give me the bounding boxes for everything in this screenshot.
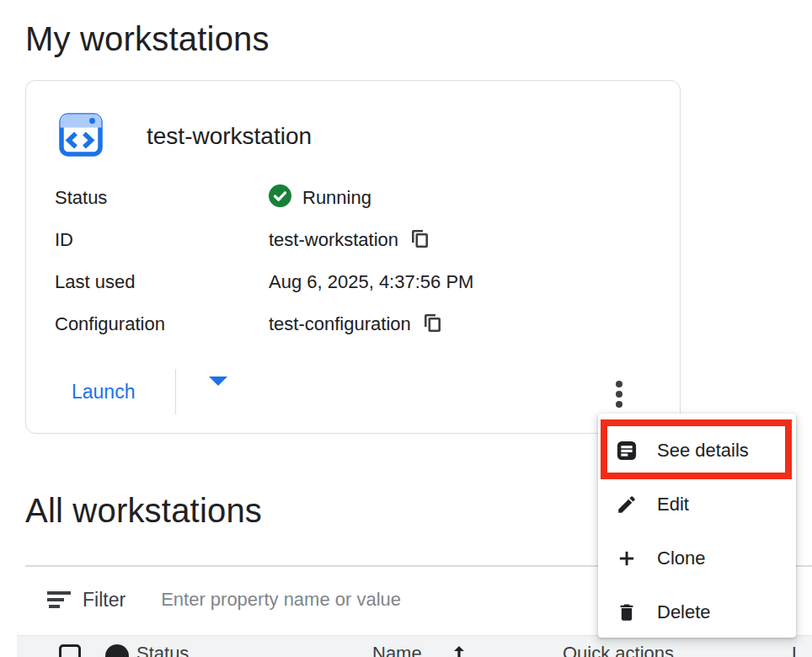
field-row-id: ID test-workstation (55, 225, 663, 255)
filter-input[interactable] (161, 589, 565, 611)
column-name[interactable]: Name (372, 643, 422, 657)
filter-bar: Filter (46, 585, 565, 615)
article-icon (615, 439, 638, 462)
copy-icon (410, 229, 430, 252)
copy-icon (423, 313, 443, 336)
menu-item-delete[interactable]: Delete (598, 585, 796, 639)
field-row-configuration: Configuration test-configuration (55, 309, 663, 339)
column-status: Status (136, 643, 189, 657)
page-title: My workstations (25, 17, 270, 61)
workstation-title: test-workstation (147, 123, 312, 150)
id-value: test-workstation (269, 229, 398, 251)
configuration-value: test-configuration (269, 313, 411, 335)
status-value: Running (302, 187, 371, 209)
caret-down-icon (209, 377, 227, 398)
launch-divider (175, 369, 176, 414)
section-title-all-workstations: All workstations (25, 489, 262, 532)
launch-button[interactable]: Launch (60, 374, 147, 410)
last-used-label: Last used (55, 271, 269, 293)
launch-dropdown-button[interactable] (199, 377, 238, 406)
field-row-status: Status Running (55, 183, 663, 213)
more-vert-icon (604, 381, 634, 408)
workstation-card: test-workstation Status Running ID test-… (25, 80, 681, 434)
field-row-last-used: Last used Aug 6, 2025, 4:37:56 PM (55, 267, 663, 297)
card-header: test-workstation (58, 114, 312, 159)
menu-item-label: See details (657, 440, 749, 462)
status-dot-icon (105, 644, 129, 657)
filter-label[interactable]: Filter (83, 589, 126, 612)
copy-id-button[interactable] (409, 229, 431, 251)
select-all-checkbox[interactable] (59, 644, 81, 657)
id-label: ID (55, 229, 269, 251)
workstation-icon (58, 112, 104, 161)
menu-item-label: Edit (657, 494, 689, 515)
column-quick-actions: Quick actions (563, 643, 674, 657)
workstations-page: My workstations test-workstation Status (0, 0, 812, 657)
plus-icon (615, 547, 638, 570)
status-label: Status (55, 187, 269, 209)
menu-item-see-details[interactable]: See details (598, 424, 796, 478)
stop-button[interactable] (525, 377, 553, 408)
sort-ascending-icon[interactable] (449, 644, 469, 657)
configuration-label: Configuration (55, 313, 269, 335)
menu-item-label: Clone (657, 548, 705, 569)
last-used-value: Aug 6, 2025, 4:37:56 PM (269, 271, 473, 293)
copy-configuration-button[interactable] (422, 313, 444, 335)
context-menu: See details Edit Clone (598, 414, 796, 638)
trash-icon (615, 601, 638, 624)
filter-list-icon (46, 590, 72, 610)
status-ok-icon (269, 184, 291, 212)
more-actions-button[interactable] (604, 377, 634, 411)
pencil-icon (615, 493, 638, 516)
menu-item-clone[interactable]: Clone (598, 531, 796, 585)
menu-item-label: Delete (657, 601, 711, 623)
column-partial: L (792, 643, 802, 657)
menu-item-edit[interactable]: Edit (598, 478, 796, 531)
